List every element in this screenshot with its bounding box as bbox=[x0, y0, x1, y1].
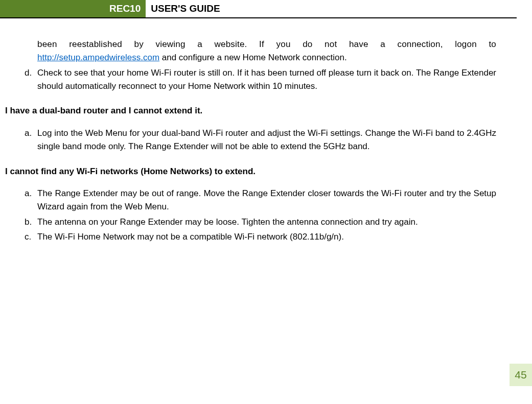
sec2-text-b: The antenna on your Range Extender may b… bbox=[37, 216, 496, 229]
continued-list-item: been reestablished by viewing a website.… bbox=[5, 38, 496, 65]
list-item-d: d. Check to see that your home Wi-Fi rou… bbox=[5, 66, 496, 93]
list-text-d: Check to see that your home Wi-Fi router… bbox=[37, 66, 496, 93]
sec2-marker-b: b. bbox=[5, 216, 37, 229]
sec2-item-c: c. The Wi-Fi Home Network may not be a c… bbox=[5, 230, 496, 244]
sec1-item-a: a. Log into the Web Menu for your dual-b… bbox=[5, 127, 496, 154]
page-number: 45 bbox=[510, 364, 532, 386]
sec2-marker-a: a. bbox=[5, 187, 37, 214]
text-after-link: and configure a new Home Network connect… bbox=[159, 53, 347, 62]
product-badge: REC10 bbox=[12, 0, 146, 17]
sec2-item-b: b. The antenna on your Range Extender ma… bbox=[5, 216, 496, 229]
sec2-text-c: The Wi-Fi Home Network may not be a comp… bbox=[37, 230, 496, 244]
sec2-text-a: The Range Extender may be out of range. … bbox=[37, 187, 496, 214]
header-bar: REC10 USER'S GUIDE bbox=[0, 0, 517, 18]
sec2-marker-c: c. bbox=[5, 230, 37, 244]
continued-text: been reestablished by viewing a website.… bbox=[37, 38, 496, 65]
header-accent-left bbox=[0, 0, 12, 17]
heading-dual-band: I have a dual-band router and I cannot e… bbox=[5, 104, 496, 117]
list-marker-d: d. bbox=[5, 66, 37, 93]
sec1-marker-a: a. bbox=[5, 127, 37, 154]
text-before-link: been reestablished by viewing a website.… bbox=[37, 39, 496, 49]
heading-cannot-find-networks: I cannot find any Wi-Fi networks (Home N… bbox=[5, 165, 496, 178]
page-content: been reestablished by viewing a website.… bbox=[0, 18, 532, 244]
setup-url-link[interactable]: http://setup.ampedwireless.com bbox=[37, 53, 159, 62]
list-marker-empty bbox=[5, 38, 37, 65]
document-title: USER'S GUIDE bbox=[146, 0, 220, 17]
sec2-item-a: a. The Range Extender may be out of rang… bbox=[5, 187, 496, 214]
sec1-text-a: Log into the Web Menu for your dual-band… bbox=[37, 127, 496, 154]
